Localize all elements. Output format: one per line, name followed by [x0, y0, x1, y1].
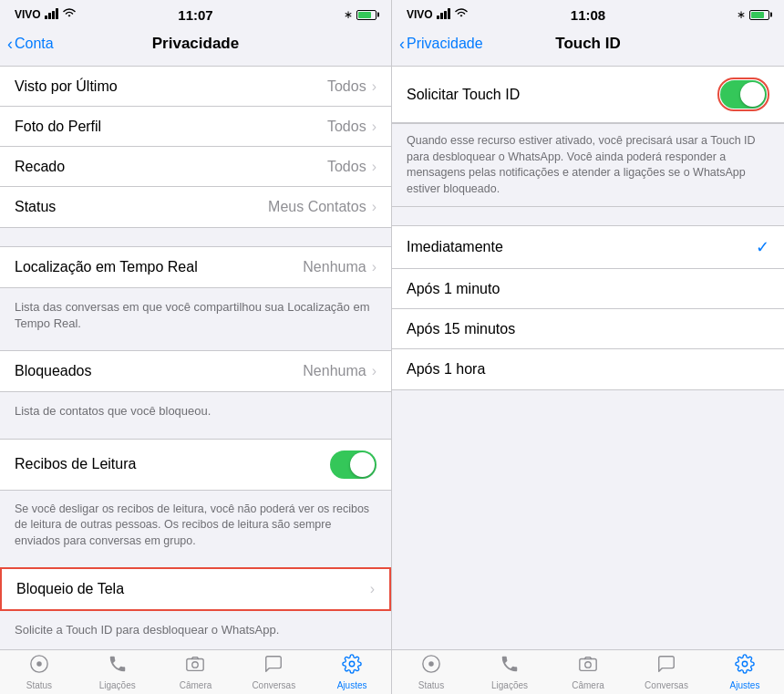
wifi-icon [455, 8, 468, 21]
tab-camera[interactable]: Câmera [157, 650, 235, 694]
bloqueio-tela-row[interactable]: Bloqueio de Tela › [2, 569, 389, 609]
right-back-button[interactable]: ‹ Privacidade [399, 35, 483, 54]
left-nav-title: Privacidade [152, 35, 239, 53]
localizacao-label: Localização em Tempo Real [15, 259, 198, 275]
chevron-right-icon: › [372, 259, 377, 275]
conversas-tab-icon [263, 654, 284, 678]
1hora-row[interactable]: Após 1 hora [392, 349, 784, 389]
right-tab-ligacoes-label: Ligações [491, 680, 528, 690]
svg-point-16 [585, 662, 591, 668]
right-nav-title: Touch ID [555, 35, 620, 53]
svg-point-7 [192, 662, 198, 668]
right-tab-bar: Status Ligações Câmera [392, 649, 784, 694]
chevron-left-icon: ‹ [7, 35, 13, 54]
right-tab-camera-label: Câmera [572, 680, 604, 690]
svg-rect-1 [48, 13, 51, 19]
localizacao-desc: Lista das conversas em que você comparti… [0, 292, 391, 343]
svg-rect-0 [45, 16, 47, 19]
svg-rect-9 [437, 16, 439, 19]
toggle-knob [740, 82, 765, 107]
battery-icon [749, 10, 769, 20]
svg-rect-11 [444, 11, 447, 19]
recado-row[interactable]: Recado Todos › [0, 147, 391, 187]
solicitar-row: Solicitar Touch ID [392, 67, 784, 122]
left-time: 11:07 [178, 7, 212, 23]
svg-point-17 [742, 661, 748, 667]
foto-label: Foto do Perfil [15, 119, 101, 135]
visto-label: Visto por Último [15, 78, 118, 95]
tab-ajustes-label: Ajustes [337, 680, 367, 690]
tab-status[interactable]: Status [0, 650, 78, 694]
solicitar-group: Solicitar Touch ID [392, 66, 784, 123]
bloqueados-desc: Lista de contatos que você bloqueou. [0, 396, 391, 430]
visto-row[interactable]: Visto por Último Todos › [0, 67, 391, 107]
chevron-left-icon: ‹ [399, 35, 405, 54]
svg-rect-10 [440, 13, 443, 19]
right-tab-conversas[interactable]: Conversas [627, 650, 706, 694]
bloqueio-tela-label: Bloqueio de Tela [16, 581, 124, 597]
recado-value: Todos [327, 159, 366, 175]
solicitar-toggle-wrapper [717, 78, 769, 111]
recibos-toggle[interactable] [330, 451, 377, 479]
svg-rect-3 [56, 8, 58, 19]
bloqueados-label: Bloqueados [15, 363, 92, 379]
1hora-label: Após 1 hora [407, 361, 485, 378]
tab-ajustes[interactable]: Ajustes [313, 650, 391, 694]
localizacao-value: Nenhuma [303, 259, 366, 275]
tab-camera-label: Câmera [180, 680, 212, 690]
tab-ligacoes-label: Ligações [99, 680, 136, 690]
right-tab-ajustes-label: Ajustes [730, 680, 760, 690]
bloqueados-group: Bloqueados Nenhuma › [0, 350, 391, 392]
battery-icon [356, 10, 377, 20]
left-carrier: VIVO [15, 8, 76, 22]
localizacao-row[interactable]: Localização em Tempo Real Nenhuma › [0, 247, 391, 287]
right-carrier: VIVO [407, 8, 468, 22]
bluetooth-icon: ∗ [737, 8, 746, 21]
left-back-button[interactable]: ‹ Conta [7, 35, 54, 54]
left-nav-bar: ‹ Conta Privacidade [0, 26, 391, 66]
foto-row[interactable]: Foto do Perfil Todos › [0, 107, 391, 147]
signal-icon [437, 8, 451, 22]
bluetooth-icon: ∗ [344, 8, 353, 21]
right-tab-ligacoes[interactable]: Ligações [470, 650, 549, 694]
status-label: Status [15, 199, 56, 215]
right-tab-conversas-label: Conversas [645, 680, 688, 690]
svg-rect-2 [52, 11, 55, 19]
right-status-right: ∗ [737, 8, 769, 21]
status-row[interactable]: Status Meus Contatos › [0, 187, 391, 227]
recibos-label: Recibos de Leitura [15, 456, 136, 472]
recibos-desc: Se você desligar os recibos de leitura, … [0, 494, 391, 561]
svg-rect-15 [580, 659, 596, 671]
tab-ligacoes[interactable]: Ligações [78, 650, 157, 694]
timing-group: Imediatamente ✓ Após 1 minuto Após 15 mi… [392, 225, 784, 390]
right-nav-bar: ‹ Privacidade Touch ID [392, 26, 784, 66]
left-phone-panel: VIVO 11:07 ∗ [0, 0, 392, 694]
conversas-tab-icon [656, 654, 676, 678]
ligacoes-tab-icon [108, 654, 128, 678]
tab-conversas[interactable]: Conversas [234, 650, 313, 694]
status-tab-icon [421, 654, 441, 678]
toggle-knob [350, 452, 375, 477]
right-tab-ajustes[interactable]: Ajustes [706, 650, 784, 694]
chevron-right-icon: › [372, 78, 377, 95]
right-phone-panel: VIVO 11:08 ∗ [392, 0, 784, 694]
recibos-group: Recibos de Leitura [0, 439, 391, 491]
bloqueados-row[interactable]: Bloqueados Nenhuma › [0, 351, 391, 391]
15min-row[interactable]: Após 15 minutos [392, 309, 784, 349]
imediatamente-row[interactable]: Imediatamente ✓ [392, 226, 784, 269]
status-tab-icon [29, 654, 49, 678]
camera-tab-icon [578, 654, 598, 678]
recibos-row[interactable]: Recibos de Leitura [0, 440, 391, 490]
svg-rect-6 [187, 659, 203, 671]
solicitar-toggle[interactable] [720, 80, 767, 109]
tab-conversas-label: Conversas [252, 680, 295, 690]
right-tab-status[interactable]: Status [392, 650, 470, 694]
bloqueio-tela-desc: Solicite a Touch ID para desbloquear o W… [0, 615, 391, 649]
camera-tab-icon [185, 654, 205, 678]
right-content: Solicitar Touch ID Quando esse recurso e… [392, 66, 784, 649]
back-label: Conta [15, 36, 54, 52]
right-tab-camera[interactable]: Câmera [549, 650, 627, 694]
ligacoes-tab-icon [500, 654, 520, 678]
1min-row[interactable]: Após 1 minuto [392, 269, 784, 309]
chevron-right-icon: › [372, 199, 377, 215]
